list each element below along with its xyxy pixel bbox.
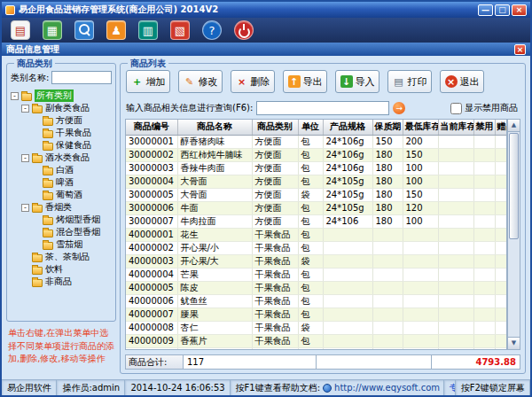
export-button[interactable]: ↑导出 xyxy=(283,70,327,93)
table-row[interactable]: 40000007腰果干果食品包 xyxy=(126,307,507,321)
tree-node[interactable]: 保健食品 xyxy=(9,139,113,152)
close-button[interactable]: × xyxy=(512,4,527,16)
table-row[interactable]: 30000001醇香猪肉味方便面包24*106g150200 xyxy=(126,135,507,148)
column-header[interactable]: 当前库存 xyxy=(438,120,473,135)
tree-node-label: 啤酒 xyxy=(56,176,74,189)
table-row[interactable]: 40000006鱿鱼丝干果食品包 xyxy=(126,294,507,307)
panel-close-icon[interactable]: × xyxy=(514,44,526,55)
table-cell xyxy=(473,214,495,228)
clipboard-icon-button[interactable]: ▤ xyxy=(11,20,30,40)
table-cell xyxy=(473,294,495,307)
table-row[interactable]: 30000003香辣牛肉面方便面包24*106g180100 xyxy=(126,161,507,175)
printer-icon-button[interactable]: ▥ xyxy=(138,20,158,40)
scroll-up-icon[interactable]: ▲ xyxy=(508,120,520,132)
table-row[interactable]: 30000004大骨面方便面包24*105g180100 xyxy=(126,175,507,188)
scroll-thumb[interactable] xyxy=(509,133,519,239)
table-row[interactable]: 40000008杏仁干果食品袋 xyxy=(126,321,507,334)
table-cell: 牛肉干 xyxy=(177,347,252,350)
column-header[interactable]: 商品名称 xyxy=(177,120,252,135)
category-name-label: 类别名称: xyxy=(11,72,49,84)
table-row[interactable]: 40000001花生干果食品包 xyxy=(126,228,507,241)
tree-node[interactable]: 混合型香烟 xyxy=(9,226,113,238)
search-go-icon[interactable]: → xyxy=(393,102,405,114)
table-row[interactable]: 30000006牛面方便面包24*105g180120 xyxy=(126,201,507,214)
tree-node[interactable]: 非商品 xyxy=(9,276,113,288)
folder-icon xyxy=(32,279,43,287)
delete-button[interactable]: ×删除 xyxy=(231,70,275,93)
customers-icon-button[interactable]: ♟ xyxy=(106,20,126,40)
column-header[interactable]: 保质期 xyxy=(372,120,403,135)
table-row[interactable]: 40000010牛肉干干果食品包 xyxy=(126,347,507,350)
table-cell xyxy=(473,347,495,350)
table-cell xyxy=(372,254,403,268)
column-header[interactable]: 禁用 xyxy=(473,120,495,135)
table-row[interactable]: 30000007牛肉拉面方便面包24*106180100 xyxy=(126,214,507,228)
tree-expander-icon[interactable]: - xyxy=(21,204,29,212)
table-cell xyxy=(495,175,507,188)
search-icon-button[interactable] xyxy=(74,20,94,40)
table-row[interactable]: 30000002西红柿炖牛腩味方便面包24*106g180150 xyxy=(126,148,507,161)
maximize-button[interactable]: □ xyxy=(495,4,510,16)
tree-node[interactable]: -所有类别 xyxy=(9,90,113,102)
minimize-button[interactable]: — xyxy=(478,4,493,16)
vertical-scrollbar[interactable]: ▲ ▼ xyxy=(507,119,520,350)
column-header[interactable]: 赠品 xyxy=(495,120,507,135)
table-cell xyxy=(438,188,473,201)
table-cell: 40000010 xyxy=(126,347,177,350)
tree-node[interactable]: 烤烟型香烟 xyxy=(9,214,113,226)
add-button-label: 增加 xyxy=(146,75,166,89)
folder-icon xyxy=(32,254,43,262)
tree-node[interactable]: 茶、茶制品 xyxy=(9,251,113,263)
table-row[interactable]: 40000009香蕉片干果食品包 xyxy=(126,334,507,347)
column-header[interactable]: 商品类别 xyxy=(252,120,298,135)
column-header[interactable]: 单位 xyxy=(298,120,323,135)
search-input[interactable] xyxy=(256,101,389,115)
website-link[interactable]: http://www.eqysoft.com xyxy=(334,383,440,393)
column-header[interactable]: 最低库存 xyxy=(403,120,438,135)
search-label: 输入商品相关信息进行查询(F6): xyxy=(126,102,253,114)
table-cell: 包 xyxy=(298,334,323,347)
table-row[interactable]: 40000002开心果/小干果食品包 xyxy=(126,241,507,254)
exit-button[interactable]: ×退出 xyxy=(440,70,484,93)
print-button[interactable]: ▤打印 xyxy=(387,70,432,93)
tree-node[interactable]: 雪茄烟 xyxy=(9,238,113,251)
table-row[interactable]: 40000003开心果/大干果食品袋 xyxy=(126,254,507,268)
tree-node[interactable]: 葡萄酒 xyxy=(9,189,113,201)
show-disabled-checkbox[interactable] xyxy=(450,103,462,114)
help-icon-button[interactable]: ? xyxy=(202,20,222,40)
tree-node[interactable]: 干果食品 xyxy=(9,127,113,139)
table-cell xyxy=(495,321,507,334)
table-cell: 腰果 xyxy=(177,307,252,321)
table-cell: 150 xyxy=(403,148,438,161)
goods-icon-button[interactable]: ▦ xyxy=(43,20,62,40)
tree-expander-icon[interactable]: - xyxy=(11,92,19,100)
category-name-input[interactable] xyxy=(51,71,112,84)
table-cell: 袋 xyxy=(298,254,323,268)
edit-button[interactable]: ✎修改 xyxy=(178,70,223,93)
table-row[interactable]: 40000005陈皮干果食品包 xyxy=(126,281,507,294)
modules-icon-button[interactable]: ▧ xyxy=(170,20,190,40)
table-cell xyxy=(323,294,372,307)
tree-node[interactable]: -副食类食品 xyxy=(9,102,113,114)
table-cell xyxy=(495,334,507,347)
tree-node[interactable]: 方便面 xyxy=(9,114,113,127)
tree-expander-icon[interactable]: - xyxy=(21,105,29,113)
table-cell xyxy=(323,321,372,334)
table-row[interactable]: 40000004芒果干果食品包 xyxy=(126,268,507,281)
add-button[interactable]: +增加 xyxy=(126,70,170,93)
column-header[interactable]: 产品规格 xyxy=(323,120,372,135)
tree-node[interactable]: -酒水类食品 xyxy=(9,152,113,164)
tree-expander-icon[interactable]: - xyxy=(21,154,29,162)
export-icon: ↑ xyxy=(288,75,301,88)
scroll-down-icon[interactable]: ▼ xyxy=(508,337,520,349)
table-row[interactable]: 30000005大骨面方便面袋24*105g180150 xyxy=(126,188,507,201)
column-header[interactable]: 商品编号 xyxy=(126,120,177,135)
tree-node[interactable]: -香烟类 xyxy=(9,201,113,214)
table-cell xyxy=(403,241,438,254)
import-button[interactable]: ↓导入 xyxy=(335,70,379,93)
tree-node[interactable]: 白酒 xyxy=(9,164,113,176)
tree-node-label: 雪茄烟 xyxy=(56,238,82,251)
tree-node[interactable]: 饮料 xyxy=(9,263,113,276)
power-icon-button[interactable] xyxy=(234,20,254,40)
tree-node[interactable]: 啤酒 xyxy=(9,176,113,189)
